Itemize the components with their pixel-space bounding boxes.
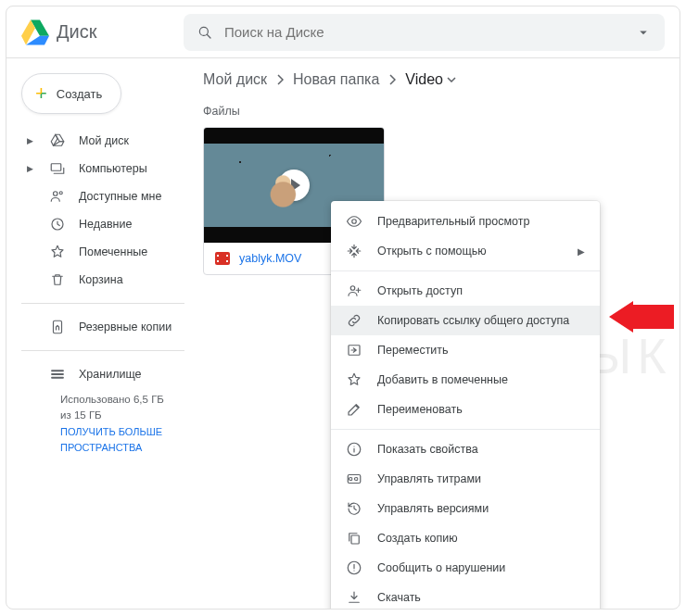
sidebar-item-computers[interactable]: ▶Компьютеры <box>10 155 184 182</box>
download-icon <box>346 589 362 606</box>
svg-rect-1 <box>51 164 61 171</box>
chevron-right-icon: ▶ <box>578 246 585 257</box>
svg-rect-9 <box>226 255 228 257</box>
drive-logo-icon <box>21 19 49 46</box>
breadcrumb-seg-2[interactable]: Новая папка <box>293 71 379 88</box>
nav-list: ▶Мой диск ▶Компьютеры Доступные мне Неда… <box>10 127 184 294</box>
shared-icon <box>49 188 66 205</box>
versions-icon <box>346 500 362 517</box>
ctx-rename[interactable]: Переименовать <box>331 395 600 424</box>
trash-icon <box>49 271 66 288</box>
svg-rect-7 <box>217 255 219 257</box>
get-more-storage-link[interactable]: ПОЛУЧИТЬ БОЛЬШЕ ПРОСТРАНСТВА <box>60 426 162 453</box>
ctx-move[interactable]: Переместить <box>331 335 600 365</box>
report-icon <box>346 559 362 576</box>
context-menu: Предварительный просмотрОткрыть с помощь… <box>331 201 600 610</box>
sidebar-item-recent[interactable]: Недавние <box>10 210 184 238</box>
search-input[interactable] <box>224 24 624 40</box>
search-bar[interactable] <box>184 14 665 51</box>
sidebar-item-backups[interactable]: Резервные копии <box>10 313 184 341</box>
files-section-label: Файлы <box>203 105 661 118</box>
my-drive-icon <box>49 132 66 149</box>
header: Диск <box>6 6 680 58</box>
breadcrumb: Мой диск Новая папка Video <box>203 71 661 88</box>
svg-rect-8 <box>217 260 219 262</box>
breadcrumb-seg-3[interactable]: Video <box>405 71 456 88</box>
ctx-open-with[interactable]: Открыть с помощью▶ <box>331 236 600 266</box>
svg-rect-16 <box>351 535 359 544</box>
computers-icon <box>49 160 66 177</box>
ctx-cc[interactable]: Управлять титрами <box>331 464 600 494</box>
play-icon <box>278 170 310 201</box>
ctx-copy[interactable]: Создать копию <box>331 523 600 553</box>
video-file-icon <box>215 252 230 265</box>
svg-point-12 <box>350 286 355 291</box>
svg-rect-5 <box>54 321 62 333</box>
ctx-download[interactable]: Скачать <box>331 583 600 610</box>
svg-point-3 <box>59 192 62 195</box>
chevron-down-icon <box>447 77 456 82</box>
plus-icon: + <box>35 82 47 106</box>
storage-info: Использовано 6,5 ГБ из 15 ГБ ПОЛУЧИТЬ БО… <box>10 388 184 456</box>
search-icon <box>197 24 213 41</box>
svg-rect-6 <box>215 252 230 265</box>
eye-icon <box>346 213 362 230</box>
callout-arrow <box>609 301 674 333</box>
breadcrumb-seg-1[interactable]: Мой диск <box>203 71 267 88</box>
info-icon <box>346 441 362 458</box>
chevron-right-icon: ▶ <box>27 136 36 145</box>
ctx-person-add[interactable]: Открыть доступ <box>331 276 600 306</box>
new-button[interactable]: + Создать <box>21 73 121 114</box>
new-button-label: Создать <box>57 87 102 101</box>
open-with-icon <box>346 243 362 259</box>
star-icon <box>346 371 362 388</box>
link-icon <box>346 312 362 329</box>
sidebar-item-my-drive[interactable]: ▶Мой диск <box>10 127 184 155</box>
rename-icon <box>346 401 362 418</box>
svg-point-2 <box>54 192 58 196</box>
storage-icon <box>49 366 66 383</box>
sidebar-item-starred[interactable]: Помеченные <box>10 238 184 266</box>
chevron-right-icon <box>388 74 396 85</box>
ctx-info[interactable]: Показать свойства <box>331 434 600 464</box>
sidebar-item-shared[interactable]: Доступные мне <box>10 182 184 210</box>
person-add-icon <box>346 283 362 299</box>
chevron-right-icon <box>276 74 284 85</box>
ctx-star[interactable]: Добавить в помеченные <box>331 365 600 395</box>
ctx-versions[interactable]: Управлять версиями <box>331 494 600 523</box>
star-icon <box>49 244 66 260</box>
ctx-link[interactable]: Копировать ссылку общего доступа <box>331 306 600 335</box>
sidebar-item-storage[interactable]: Хранилище <box>10 360 184 388</box>
copy-icon <box>346 530 362 547</box>
app-name: Диск <box>57 21 96 43</box>
ctx-report[interactable]: Сообщить о нарушении <box>331 553 600 583</box>
svg-point-11 <box>352 220 357 224</box>
move-icon <box>346 342 362 358</box>
svg-rect-10 <box>226 260 228 262</box>
sidebar: + Создать ▶Мой диск ▶Компьютеры Доступны… <box>6 58 184 609</box>
logo[interactable]: Диск <box>21 19 184 46</box>
storage-used-text: Использовано 6,5 ГБ из 15 ГБ <box>60 392 173 424</box>
recent-icon <box>49 216 66 233</box>
sidebar-item-trash[interactable]: Корзина <box>10 266 184 294</box>
ctx-eye[interactable]: Предварительный просмотр <box>331 207 600 236</box>
backups-icon <box>49 319 66 335</box>
chevron-right-icon: ▶ <box>27 164 36 173</box>
file-name: yablyk.MOV <box>239 252 301 265</box>
cc-icon <box>346 471 362 487</box>
search-options-icon[interactable] <box>635 24 652 41</box>
